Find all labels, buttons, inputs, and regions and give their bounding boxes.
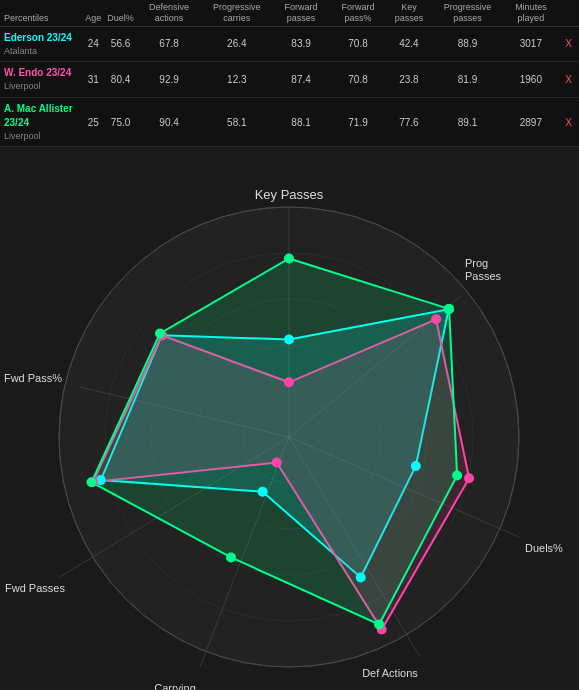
col-minutes: Minutes played [504, 0, 559, 26]
col-fwd-passes: Forward passes [272, 0, 329, 26]
fwd-passes-2: 88.1 [272, 97, 329, 147]
col-remove [558, 0, 579, 26]
label-fwd-pass-pct: Fwd Pass% [4, 372, 62, 384]
label-def-actions: Def Actions [362, 667, 418, 679]
col-prog-passes: Progressive passes [432, 0, 504, 26]
table-row: Ederson 23/24 Atalanta 24 56.6 67.8 26.4… [0, 26, 579, 62]
green-point-5 [87, 478, 97, 488]
radar-container: Key Passes Prog Passes Duels% Def Action… [0, 147, 579, 690]
prog-passes-0: 88.9 [432, 26, 504, 62]
pink-point-4 [272, 458, 282, 468]
fwd-pass-pct-2: 71.9 [330, 97, 387, 147]
col-percentiles: Percentiles [0, 0, 82, 26]
green-point-4 [226, 553, 236, 563]
col-duel: Duel% [104, 0, 137, 26]
col-def-actions: Defensive actions [137, 0, 201, 26]
pink-point-2 [464, 474, 474, 484]
team-name-2: Liverpool [4, 130, 79, 143]
table-row: A. Mac Allister 23/24 Liverpool 25 75.0 … [0, 97, 579, 147]
green-point-6 [155, 329, 165, 339]
team-name-1: Liverpool [4, 80, 79, 93]
player-name-0: Ederson 23/24 [4, 31, 79, 45]
age-0: 24 [82, 26, 104, 62]
player-cell-0: Ederson 23/24 Atalanta [0, 26, 82, 62]
prog-carries-1: 12.3 [201, 62, 272, 98]
fwd-pass-pct-0: 70.8 [330, 26, 387, 62]
key-passes-0: 42.4 [386, 26, 431, 62]
key-passes-2: 77.6 [386, 97, 431, 147]
label-carrying: Carrying [154, 682, 196, 690]
cyan-point-0 [284, 335, 294, 345]
col-key-passes: Key passes [386, 0, 431, 26]
fwd-pass-pct-1: 70.8 [330, 62, 387, 98]
col-prog-carries: Progressive carries [201, 0, 272, 26]
def-actions-1: 92.9 [137, 62, 201, 98]
cyan-point-4 [258, 487, 268, 497]
prog-passes-1: 81.9 [432, 62, 504, 98]
duel-2: 75.0 [104, 97, 137, 147]
prog-carries-2: 58.1 [201, 97, 272, 147]
green-point-0 [284, 254, 294, 264]
pink-point-0 [284, 378, 294, 388]
minutes-0: 3017 [504, 26, 559, 62]
label-prog-passes-2: Passes [465, 270, 502, 282]
age-1: 31 [82, 62, 104, 98]
minutes-1: 1960 [504, 62, 559, 98]
cyan-point-2 [411, 461, 421, 471]
stats-table: Percentiles Age Duel% Defensive actions … [0, 0, 579, 147]
fwd-passes-1: 87.4 [272, 62, 329, 98]
prog-passes-2: 89.1 [432, 97, 504, 147]
minutes-2: 2897 [504, 97, 559, 147]
green-point-1 [444, 304, 454, 314]
label-prog-passes: Prog [465, 257, 488, 269]
label-duels: Duels% [525, 542, 563, 554]
player-name-1: W. Endo 23/24 [4, 66, 79, 80]
player-name-2: A. Mac Allister 23/24 [4, 102, 79, 130]
duel-0: 56.6 [104, 26, 137, 62]
fwd-passes-0: 83.9 [272, 26, 329, 62]
label-fwd-passes: Fwd Passes [5, 582, 65, 594]
age-2: 25 [82, 97, 104, 147]
def-actions-2: 90.4 [137, 97, 201, 147]
key-passes-1: 23.8 [386, 62, 431, 98]
player-cell-1: W. Endo 23/24 Liverpool [0, 62, 82, 98]
green-point-2 [452, 471, 462, 481]
prog-carries-0: 26.4 [201, 26, 272, 62]
remove-player-2[interactable]: X [561, 117, 576, 128]
pink-point-1 [431, 315, 441, 325]
radar-chart: Key Passes Prog Passes Duels% Def Action… [0, 147, 579, 690]
cyan-point-3 [356, 573, 366, 583]
label-key-passes: Key Passes [255, 187, 324, 202]
col-fwd-pass-pct: Forward pass% [330, 0, 387, 26]
remove-player-0[interactable]: X [561, 38, 576, 49]
team-name-0: Atalanta [4, 45, 79, 58]
player-cell-2: A. Mac Allister 23/24 Liverpool [0, 97, 82, 147]
col-age: Age [82, 0, 104, 26]
def-actions-0: 67.8 [137, 26, 201, 62]
green-point-3 [374, 620, 384, 630]
table-row: W. Endo 23/24 Liverpool 31 80.4 92.9 12.… [0, 62, 579, 98]
duel-1: 80.4 [104, 62, 137, 98]
remove-player-1[interactable]: X [561, 74, 576, 85]
